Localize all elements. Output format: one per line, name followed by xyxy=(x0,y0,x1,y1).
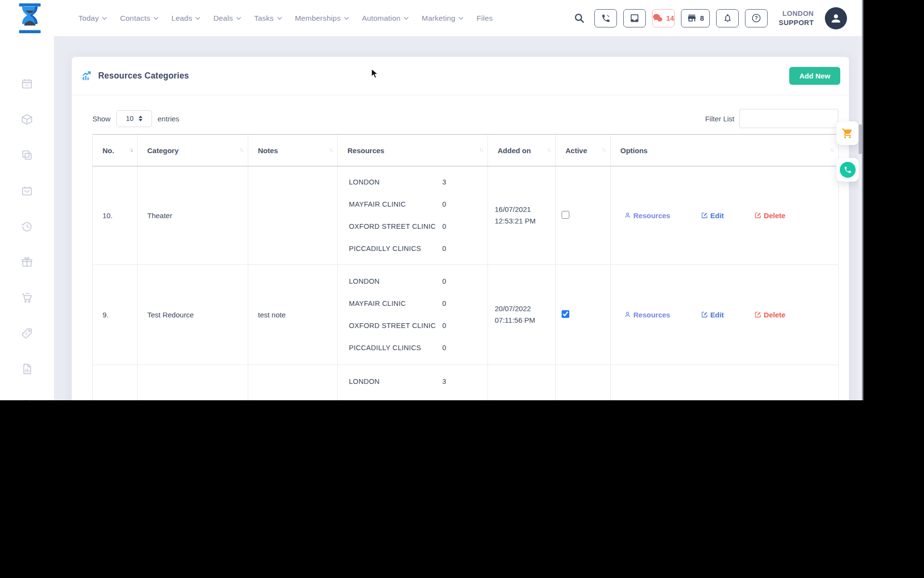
resource-name: OXFORD STREET CLINIC xyxy=(349,322,442,329)
chart-growth-icon xyxy=(81,71,92,81)
edit-link[interactable]: Edit xyxy=(701,311,724,319)
cell-resources: LONDON0 MAYFAIR CLINIC0 OXFORD STREET CL… xyxy=(338,264,488,365)
copy-pages-icon xyxy=(21,149,33,161)
active-checkbox[interactable] xyxy=(562,211,569,219)
sidebar-item-calendar[interactable]: 12 xyxy=(21,78,33,90)
active-checkbox[interactable] xyxy=(562,310,569,318)
chevron-down-icon xyxy=(277,17,282,20)
cell-category xyxy=(138,365,248,400)
sidebar-item-orders[interactable] xyxy=(21,291,33,304)
resource-name: MAYFAIR CLINIC xyxy=(349,300,442,307)
bell-icon xyxy=(723,13,732,23)
edit-link[interactable]: Edit xyxy=(701,211,724,220)
user-avatar-icon xyxy=(830,12,842,25)
cart-icon xyxy=(842,128,853,139)
show-label: Show xyxy=(92,115,111,123)
nav-label: Leads xyxy=(171,14,192,23)
nav-item-files[interactable]: Files xyxy=(476,14,493,23)
sidebar-item-pricing[interactable]: $ xyxy=(21,327,33,340)
user-name: LONDON SUPPORT xyxy=(779,9,814,26)
search-icon xyxy=(574,13,585,24)
chevron-down-icon xyxy=(236,17,241,20)
sidebar-item-settings[interactable] xyxy=(21,398,33,400)
th-options[interactable]: Options↑↓ xyxy=(611,134,839,166)
nav-label: Contacts xyxy=(120,14,150,23)
nav-item-contacts[interactable]: Contacts xyxy=(120,14,158,23)
nav-label: Deals xyxy=(213,14,233,23)
chevron-down-icon xyxy=(459,17,463,20)
chevron-down-icon xyxy=(154,17,158,20)
nav-item-tasks[interactable]: Tasks xyxy=(254,14,282,23)
cell-notes xyxy=(248,166,338,264)
help-button[interactable]: ? xyxy=(745,9,768,27)
delete-link[interactable]: Delete xyxy=(755,211,785,220)
sort-icon: ↑↓ xyxy=(479,147,483,153)
th-notes[interactable]: Notes↑↓ xyxy=(248,134,338,166)
scrollbar-thumb[interactable] xyxy=(859,124,862,154)
page-size-select[interactable]: 10 xyxy=(116,110,152,127)
resource-line: PICCADILLY CLINICS0 xyxy=(338,337,488,359)
sidebar-item-packages[interactable] xyxy=(21,113,33,126)
phone-circle xyxy=(840,162,856,178)
sidebar-item-history[interactable] xyxy=(21,220,33,233)
table-row: 9. Test Redource test note LONDON0 MAYFA… xyxy=(93,264,839,365)
resource-name: LONDON xyxy=(349,378,442,385)
th-active[interactable]: Active↑↓ xyxy=(556,134,611,166)
edit-square-icon xyxy=(701,311,708,318)
sort-icon: ↑↓ xyxy=(329,147,333,153)
floating-cart-button[interactable] xyxy=(836,121,859,145)
nav-item-deals[interactable]: Deals xyxy=(213,14,241,23)
sort-icon: ↑↓ xyxy=(240,147,244,153)
delete-link[interactable]: Delete xyxy=(755,311,785,319)
sidebar-item-copy[interactable] xyxy=(21,149,33,161)
nav-item-automation[interactable]: Automation xyxy=(362,14,409,23)
sidebar-item-reports[interactable] xyxy=(21,363,33,375)
link-label: Delete xyxy=(764,311,785,319)
chat-icon xyxy=(653,13,663,23)
floating-phone-button[interactable] xyxy=(836,158,859,182)
notifications-button[interactable] xyxy=(716,9,739,27)
filter-input[interactable] xyxy=(739,109,838,128)
app-logo[interactable] xyxy=(15,4,45,33)
th-label: Notes xyxy=(258,146,278,155)
sort-icon: ↑↓ xyxy=(602,147,606,153)
th-added-on[interactable]: Added on↑↓ xyxy=(488,134,556,166)
cell-options xyxy=(611,365,839,400)
added-time: 07:11:56 PM xyxy=(495,315,555,326)
resource-name: LONDON xyxy=(349,277,442,285)
resource-name: LONDON xyxy=(349,178,442,186)
sidebar-item-gifts[interactable] xyxy=(21,256,33,268)
scrollbar-track[interactable] xyxy=(859,37,862,400)
search-button[interactable] xyxy=(574,13,585,24)
th-label: Added on xyxy=(498,146,531,155)
person-icon xyxy=(624,311,631,318)
phone-button[interactable] xyxy=(594,9,617,27)
resource-count: 0 xyxy=(442,344,453,352)
resource-line: OXFORD STREET CLINIC0 xyxy=(338,315,488,337)
add-new-button[interactable]: Add New xyxy=(789,67,840,85)
nav-item-leads[interactable]: Leads xyxy=(171,14,200,23)
chat-button[interactable]: 14 xyxy=(652,9,675,27)
resources-link[interactable]: Resources xyxy=(624,211,670,220)
hourglass-logo-icon xyxy=(16,3,43,33)
th-no[interactable]: No.↑↓ xyxy=(93,134,138,166)
cell-options: Resources Edit Delete xyxy=(611,166,839,264)
inbox-button[interactable] xyxy=(623,9,646,27)
nav-item-memberships[interactable]: Memberships xyxy=(295,14,349,23)
sort-icon: ↑↓ xyxy=(129,147,133,153)
store-count-badge: 8 xyxy=(700,14,704,22)
edit-square-icon xyxy=(755,311,761,318)
nav-item-marketing[interactable]: Marketing xyxy=(422,14,463,23)
cell-category: Theater xyxy=(138,166,248,264)
resource-count: 3 xyxy=(442,378,453,385)
cell-resources: LONDON3 MAYFAIR CLINIC0 OXFORD STREET CL… xyxy=(338,166,488,264)
th-resources[interactable]: Resources↑↓ xyxy=(338,134,488,166)
entries-label: entries xyxy=(158,115,180,123)
resources-link[interactable]: Resources xyxy=(624,311,670,319)
store-button[interactable]: 8 xyxy=(681,9,710,27)
avatar[interactable] xyxy=(825,7,847,29)
nav-item-today[interactable]: Today xyxy=(78,14,107,23)
sidebar-item-bookings[interactable] xyxy=(21,184,33,197)
app-window: Today Contacts Leads Deals Tasks Members… xyxy=(0,0,863,400)
th-category[interactable]: Category↑↓ xyxy=(138,134,248,166)
